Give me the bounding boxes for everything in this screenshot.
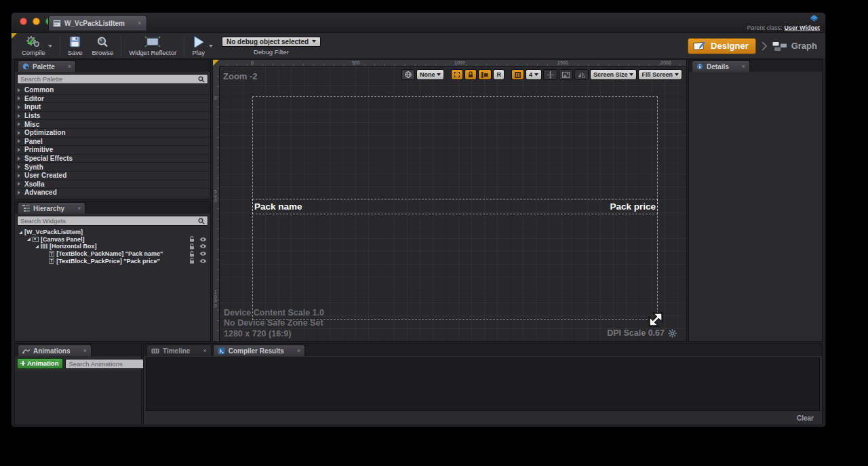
transform-mode-button[interactable] bbox=[543, 69, 557, 80]
palette-tab[interactable]: Palette × bbox=[18, 60, 76, 72]
dpi-settings-gear-icon[interactable] bbox=[668, 329, 677, 338]
details-tab[interactable]: Details × bbox=[692, 60, 750, 72]
palette-search-input[interactable] bbox=[20, 75, 198, 83]
hierarchy-row-horizontal-box[interactable]: [Horizontal Box] bbox=[15, 243, 210, 250]
details-close-icon[interactable]: × bbox=[732, 63, 745, 70]
window-close-button[interactable] bbox=[20, 18, 27, 25]
expand-arrow-icon[interactable] bbox=[18, 157, 20, 161]
animations-tab[interactable]: Animations × bbox=[18, 345, 92, 356]
compile-button[interactable]: Compile bbox=[17, 35, 57, 57]
palette-tab-label: Palette bbox=[33, 63, 55, 71]
hierarchy-search-input[interactable] bbox=[20, 217, 198, 225]
lock-open-icon[interactable] bbox=[189, 258, 195, 264]
asset-tab-close-icon[interactable]: × bbox=[128, 20, 141, 26]
preview-background-button[interactable] bbox=[559, 69, 573, 80]
localization-preview-button[interactable] bbox=[401, 69, 415, 80]
play-button[interactable]: Play bbox=[187, 35, 217, 57]
lock-open-icon[interactable] bbox=[189, 244, 195, 250]
palette-item-editor[interactable]: Editor bbox=[15, 95, 210, 104]
palette-item-input[interactable]: Input bbox=[15, 103, 210, 112]
palette-item-advanced[interactable]: Advanced bbox=[15, 189, 210, 197]
add-animation-button[interactable]: Animation bbox=[17, 358, 63, 369]
palette-item-lists[interactable]: Lists bbox=[15, 112, 210, 121]
clear-button[interactable]: Clear bbox=[797, 414, 814, 422]
grid-size-value: 4 bbox=[529, 71, 532, 78]
compiler-output-area[interactable] bbox=[146, 357, 820, 411]
lock-widgets-toggle[interactable] bbox=[465, 69, 477, 80]
expanded-arrow-icon[interactable] bbox=[35, 245, 39, 248]
hierarchy-row-textblock-packprice[interactable]: T [TextBlock_PackPrice] "Pack price" bbox=[15, 257, 210, 265]
packname-textblock[interactable]: Pack name bbox=[254, 201, 302, 212]
palette-item-xsolla[interactable]: Xsolla bbox=[15, 180, 210, 189]
browse-button[interactable]: Browse bbox=[87, 35, 119, 57]
hierarchy-row-canvas-panel[interactable]: [Canvas Panel] bbox=[15, 236, 210, 244]
eye-visibility-icon[interactable] bbox=[199, 237, 207, 242]
parent-class-link[interactable]: User Widget bbox=[785, 24, 820, 31]
palette-item-special-effects[interactable]: Special Effects bbox=[15, 155, 210, 163]
lock-open-icon[interactable] bbox=[189, 236, 195, 242]
compiler-results-tab[interactable]: Compiler Results × bbox=[213, 345, 306, 356]
fill-screen-dropdown[interactable]: Fill Screen bbox=[638, 69, 682, 80]
palette-item-primitive[interactable]: Primitive bbox=[15, 146, 210, 155]
expand-arrow-icon[interactable] bbox=[18, 88, 20, 92]
expand-arrow-icon[interactable] bbox=[18, 182, 20, 186]
designer-mode-button[interactable]: Designer bbox=[688, 38, 756, 54]
expand-arrow-icon[interactable] bbox=[18, 191, 20, 195]
timeline-close-icon[interactable]: × bbox=[193, 347, 206, 354]
hierarchy-close-icon[interactable]: × bbox=[68, 205, 81, 212]
compile-label: Compile bbox=[22, 49, 45, 56]
grid-size-dropdown[interactable]: 4 bbox=[526, 69, 542, 80]
grid-snapping-toggle[interactable] bbox=[511, 69, 524, 80]
respect-locks-toggle[interactable] bbox=[478, 69, 492, 80]
eye-visibility-icon[interactable] bbox=[199, 244, 207, 249]
eye-visibility-icon[interactable] bbox=[199, 258, 207, 264]
timeline-tab[interactable]: Timeline × bbox=[146, 345, 212, 356]
mirror-preview-button[interactable] bbox=[574, 69, 589, 80]
graph-mode-button[interactable]: Graph bbox=[772, 41, 817, 52]
expand-arrow-icon[interactable] bbox=[18, 131, 20, 135]
lock-open-icon[interactable] bbox=[189, 251, 195, 257]
palette-item-panel[interactable]: Panel bbox=[15, 138, 210, 147]
palette-item-synth[interactable]: Synth bbox=[15, 163, 210, 172]
class-settings-icon[interactable] bbox=[810, 15, 818, 22]
hierarchy-search[interactable] bbox=[17, 216, 208, 226]
save-button[interactable]: Save bbox=[63, 35, 87, 57]
expand-arrow-icon[interactable] bbox=[18, 114, 20, 118]
palette-item-optimization[interactable]: Optimization bbox=[15, 129, 210, 138]
hierarchy-row-textblock-packname[interactable]: T [TextBlock_PackName] "Pack name" bbox=[15, 250, 210, 258]
screen-size-dropdown[interactable]: Screen Size bbox=[590, 69, 637, 80]
resize-handle-icon[interactable] bbox=[648, 312, 663, 327]
play-dropdown-caret-icon[interactable] bbox=[209, 45, 213, 47]
hierarchy-row-root[interactable]: [W_VcPackListItem] bbox=[15, 229, 210, 236]
expand-arrow-icon[interactable] bbox=[18, 165, 20, 169]
expand-arrow-icon[interactable] bbox=[18, 174, 20, 178]
palette-close-icon[interactable]: × bbox=[58, 63, 71, 70]
expand-arrow-icon[interactable] bbox=[18, 148, 20, 152]
debug-object-dropdown[interactable]: No debug object selected bbox=[222, 37, 321, 47]
animations-close-icon[interactable]: × bbox=[73, 347, 86, 354]
compile-dropdown-caret-icon[interactable] bbox=[48, 45, 52, 47]
packprice-textblock[interactable]: Pack price bbox=[610, 201, 656, 212]
palette-item-misc[interactable]: Misc bbox=[15, 120, 210, 129]
expand-arrow-icon[interactable] bbox=[18, 122, 20, 126]
expand-arrow-icon[interactable] bbox=[18, 139, 20, 143]
widget-reflector-button[interactable]: Widget Reflector bbox=[124, 35, 181, 57]
designer-viewport[interactable]: 0 500 1000 1500 2000 0 500 1000 Zoom -2 bbox=[212, 59, 687, 342]
expanded-arrow-icon[interactable] bbox=[27, 237, 31, 241]
palette-item-user-created[interactable]: User Created bbox=[15, 172, 210, 180]
expand-arrow-icon[interactable] bbox=[18, 96, 20, 100]
flow-direction-dropdown[interactable]: None bbox=[416, 69, 445, 80]
asset-tab[interactable]: W_VcPackListItem × bbox=[48, 15, 147, 31]
palette-item-common[interactable]: Common bbox=[15, 86, 210, 95]
horizontal-box-outline[interactable]: Pack name Pack price bbox=[252, 199, 658, 214]
compiler-results-close-icon[interactable]: × bbox=[288, 347, 300, 354]
show-outlines-toggle[interactable] bbox=[451, 69, 463, 80]
palette-search[interactable] bbox=[17, 74, 208, 84]
hierarchy-tab[interactable]: Hierarchy × bbox=[18, 202, 85, 214]
expand-arrow-icon[interactable] bbox=[18, 105, 20, 109]
rotation-mode-button[interactable]: R bbox=[493, 69, 505, 80]
expanded-arrow-icon[interactable] bbox=[19, 231, 22, 234]
eye-visibility-icon[interactable] bbox=[199, 251, 207, 256]
plus-icon bbox=[20, 361, 25, 366]
window-minimize-button[interactable] bbox=[33, 18, 40, 25]
